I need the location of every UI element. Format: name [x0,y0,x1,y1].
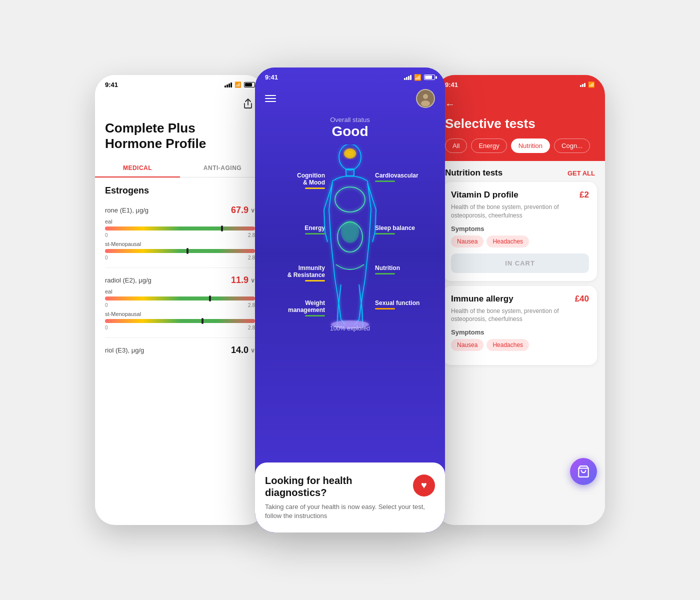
immune-allergy-desc: Health of the bone system, prevention of… [451,307,589,324]
medical-tabs: MEDICAL ANTI-AGING [95,160,265,178]
svg-point-4 [344,148,356,158]
cart-fab-button[interactable] [570,458,597,485]
screen-medical: 9:41 📶 [95,75,265,525]
vitamin-d-card: Vitamin D profile £2 Health of the bone … [443,182,597,281]
wifi-icon-3: 📶 [588,82,595,88]
status-bar-3: 9:41 📶 [445,75,595,92]
signal-icon-3 [580,83,586,87]
phone-1-wrapper: 9:41 📶 [95,75,255,525]
metric-e2-name: radiol (E2), μg/g [105,276,152,284]
tab-anti-aging[interactable]: ANTI-AGING [180,160,265,177]
metric-e3-value[interactable]: 14.0 ∨ [231,345,255,356]
symptom-tags-1: Nausea Headaches [451,236,589,248]
metric-e1: rone (E1), μg/g 67.9 ∨ eal 0 2.8 [95,200,265,266]
symptoms-label-1: Symptoms [451,225,589,232]
s1-header [95,92,265,116]
section-estrogens: Estrogens [95,178,265,200]
page-title-1: Complete PlusHormone Profile [105,120,255,152]
vitamin-d-desc: Health of the bone system, prevention of… [451,203,589,220]
filter-all[interactable]: All [445,138,467,153]
immune-allergy-price: £40 [575,294,589,304]
svg-point-1 [423,94,428,99]
tab-medical[interactable]: MEDICAL [95,160,180,178]
heart-button[interactable]: ♥ [413,474,435,496]
immune-allergy-title: Immune allergy [451,294,514,304]
diagnostics-card-title: Looking for health diagnostics? [265,474,375,498]
explored-text: 100% explored [330,325,370,332]
filter-energy[interactable]: Energy [471,138,506,153]
range-bar-e2-2 [105,319,255,323]
tag-headaches-2[interactable]: Headaches [486,339,529,351]
symptoms-label-2: Symptoms [451,328,589,336]
s3-section-header: Nutrition tests GET ALL [435,161,605,182]
range-labels-e2-2: 0 2.8 [105,325,255,330]
svg-point-9 [341,221,359,243]
status-icons-3: 📶 [580,82,595,88]
metric-e3: riol (E3), μg/g 14.0 ∨ [95,340,265,364]
range-label-e2-1: eal [105,288,255,294]
range-label-e1-2: st-Menopausal [105,241,255,247]
chevron-e1: ∨ [250,207,255,214]
s1-title-area: Complete PlusHormone Profile [95,116,265,160]
immune-allergy-card: Immune allergy £40 Health of the bone sy… [443,286,597,366]
vitamin-d-price: £2 [580,190,589,200]
metric-e1-value[interactable]: 67.9 ∨ [231,205,255,216]
battery-icon-2 [424,74,435,80]
nutrition-tests-title: Nutrition tests [445,168,502,178]
symptom-tags-2: Nausea Headaches [451,339,589,351]
in-cart-button[interactable]: IN CART [451,254,589,273]
s2-body: 9:41 📶 [255,68,445,532]
phone-2-wrapper: 9:41 📶 [255,68,445,532]
range-bar-e1-1 [105,226,255,230]
range-labels-e1-2: 0 2.8 [105,255,255,260]
share-icon[interactable] [241,96,255,110]
tag-nausea-1[interactable]: Nausea [451,236,484,248]
chevron-e2: ∨ [250,277,255,284]
screen-health: 9:41 📶 [255,68,445,532]
body-figure [315,144,385,330]
battery-icon-1 [244,82,255,88]
time-3: 9:41 [445,81,458,88]
phone-3-wrapper: 9:41 📶 ← Selective tests All En [445,75,605,525]
status-bar-2: 9:41 📶 [255,68,445,85]
range-label-e1-1: eal [105,218,255,224]
tag-headaches-1[interactable]: Headaches [486,236,529,248]
s2-nav-bar [255,85,445,116]
filter-nutrition[interactable]: Nutrition [511,138,550,153]
range-label-e2-2: st-Menopausal [105,311,255,317]
range-bar-e2-1 [105,296,255,300]
s3-content: Nutrition tests GET ALL Vitamin D profil… [435,161,605,525]
hamburger-menu-icon[interactable] [265,95,276,102]
range-labels-e1-1: 0 2.8 [105,232,255,238]
signal-icon-2 [404,75,412,80]
range-bar-e1-2 [105,249,255,253]
metric-e1-name: rone (E1), μg/g [105,206,148,214]
user-avatar[interactable] [416,89,435,108]
s3-header: 9:41 📶 ← Selective tests All En [435,75,605,161]
screen-tests: 9:41 📶 ← Selective tests All En [435,75,605,525]
status-bar-1: 9:41 📶 [95,75,265,92]
health-diagnostics-card: Looking for health diagnostics? ♥ Taking… [255,462,445,532]
filter-cogn[interactable]: Cogn... [554,138,590,153]
time-2: 9:41 [265,74,278,81]
diagnostics-card-desc: Taking care of your health is now easy. … [265,502,435,520]
status-icons-1: 📶 [224,82,255,88]
overall-status-label: Overall status [255,116,445,124]
chevron-e3: ∨ [250,347,255,354]
app-showcase: 9:41 📶 [0,0,700,600]
metric-e3-name: riol (E3), μg/g [105,346,144,354]
svg-point-2 [421,100,430,106]
overall-status-value: Good [255,124,445,140]
vitamin-d-title: Vitamin D profile [451,190,518,200]
status-icons-2: 📶 [404,74,435,81]
get-all-button[interactable]: GET ALL [568,170,595,177]
tag-nausea-2[interactable]: Nausea [451,339,484,351]
overall-status: Overall status Good [255,116,445,140]
back-button[interactable]: ← [445,94,595,114]
metric-e2: radiol (E2), μg/g 11.9 ∨ eal 0 2.8 [95,270,265,336]
metric-e2-value[interactable]: 11.9 ∨ [231,275,255,286]
range-labels-e2-1: 0 2.8 [105,302,255,308]
wifi-icon-1: 📶 [234,82,242,88]
filter-tabs: All Energy Nutrition Cogn... [445,138,595,153]
signal-icon-1 [224,82,232,88]
